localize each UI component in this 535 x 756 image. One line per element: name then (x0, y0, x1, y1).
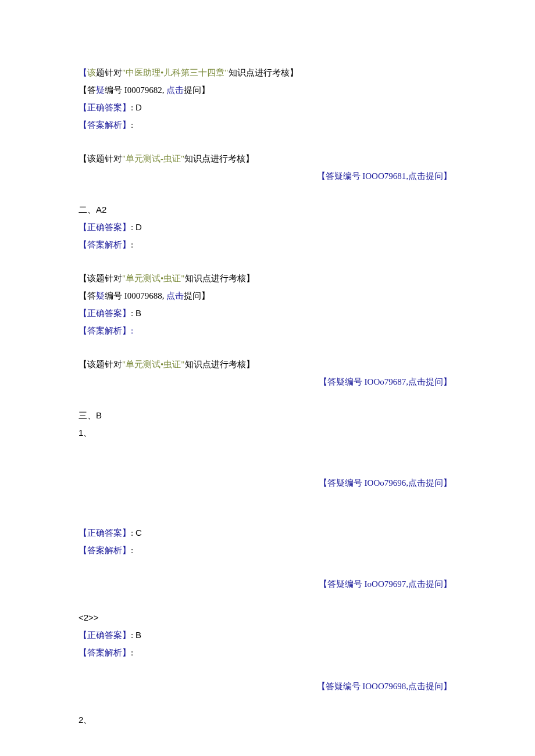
text-run: 【答 (79, 291, 96, 300)
text-line: 【答案解析】: (79, 644, 456, 661)
blank-line (79, 339, 456, 356)
text-run: D (135, 102, 142, 112)
text-run: 知识点进行考核】 (185, 274, 255, 283)
text-run: 提问】 (184, 291, 210, 300)
text-run: "单元测试•虫证" (122, 274, 185, 283)
text-run: 提问】 (184, 85, 210, 95)
text-line: 三、B (79, 407, 456, 424)
text-run: 【答 (79, 85, 96, 95)
text-run: 【正确答案】 (79, 309, 131, 318)
text-line: 1、 (79, 424, 456, 442)
text-line: 【正确答案】: D (79, 218, 456, 236)
text-run: : (131, 309, 135, 318)
text-run: 【答疑编号 IoOO79697,点击提问】 (319, 579, 452, 589)
text-run: 【答案解析】 (79, 240, 131, 249)
text-run: B (135, 308, 141, 318)
text-run: 【正确答案】 (79, 630, 131, 640)
text-run: 知识点进行考核】 (185, 360, 255, 369)
text-line: 二、A2 (79, 201, 456, 218)
text-run: 二、 (79, 205, 96, 214)
text-run: "单元测试-虫证" (122, 154, 184, 163)
blank-line (79, 661, 456, 678)
blank-line (79, 508, 456, 524)
text-run: 【答案解析】: (79, 326, 133, 335)
text-line: 【答疑编号 IOOo79687,点击提问】 (79, 373, 456, 390)
text-run: 知识点进行考核】 (184, 154, 254, 163)
text-line: <2>> (79, 609, 456, 626)
text-line: 【该题针对"单元测试•虫证"知识点进行考核】 (79, 270, 456, 287)
text-line: 【答案解析】: (79, 542, 456, 559)
text-run: 疑 (96, 291, 105, 300)
text-run: 该 (87, 68, 96, 77)
text-run: 【答疑编号 IOOo79696,点击提问】 (319, 478, 452, 488)
text-line: 2、 (79, 711, 456, 729)
text-line: 【该题针对"单元测试-虫证"知识点进行考核】 (79, 150, 456, 167)
text-run: : (131, 120, 133, 130)
text-line: 【该题针对"单元测试•虫证"知识点进行考核】 (79, 356, 456, 373)
text-line: 【答疑编号 IOOO79698,点击提问】 (79, 678, 456, 695)
text-run: "单元测试•虫证" (122, 360, 185, 369)
text-run: 【该题针对 (79, 360, 122, 369)
text-run: : (131, 648, 133, 657)
text-run: A2 (96, 205, 106, 214)
text-line: 【正确答案】: B (79, 304, 456, 322)
text-line: 【答案解析】: (79, 236, 456, 253)
text-line: 【正确答案】: C (79, 524, 456, 542)
text-line: 【答疑编号 I00079682, 点击提问】 (79, 81, 456, 99)
text-run: 点击 (166, 291, 184, 300)
blank-line (79, 253, 456, 270)
text-run: 疑 (96, 85, 105, 95)
blank-line (79, 745, 456, 756)
text-run: B (96, 410, 102, 420)
text-run: 【答案解析】 (79, 120, 131, 130)
text-line: 【正确答案】: B (79, 626, 456, 644)
blank-line (79, 559, 456, 575)
blank-line (79, 185, 456, 201)
text-run: 【 (79, 68, 87, 77)
blank-line (79, 695, 456, 711)
text-run: 【答疑编号 IOOO79681,点击提问】 (317, 171, 452, 181)
text-run: : (131, 546, 133, 555)
text-run: 点击 (166, 85, 184, 95)
text-line: 【答案解析】: (79, 322, 456, 339)
text-run: 【正确答案】 (79, 103, 131, 112)
text-run: B (135, 630, 141, 640)
blank-line (79, 729, 456, 745)
text-run: 【该题针对 (79, 154, 122, 163)
blank-line (79, 390, 456, 407)
text-run: D (135, 222, 142, 232)
blank-line (79, 492, 456, 508)
text-run: 【答案解析】 (79, 648, 131, 657)
text-run: 、 (83, 715, 92, 725)
text-run: : (131, 103, 135, 112)
text-run: 【该题针对 (79, 274, 122, 283)
text-line: 【答疑编号 IoOO79697,点击提问】 (79, 575, 456, 593)
text-run: 编号 I00079688, (105, 291, 166, 300)
text-run: : (131, 223, 135, 232)
text-run: 【正确答案】 (79, 223, 131, 232)
text-run: 【答疑编号 IOOo79687,点击提问】 (319, 377, 452, 386)
text-line: 【正确答案】: D (79, 99, 456, 116)
text-run: 【答疑编号 IOOO79698,点击提问】 (317, 682, 452, 691)
text-run: C (135, 528, 142, 538)
blank-line (79, 593, 456, 609)
blank-line (79, 134, 456, 150)
blank-line (79, 458, 456, 474)
text-line: 【答疑编号 IOOO79681,点击提问】 (79, 167, 456, 185)
text-run: : (131, 528, 135, 538)
text-line: 【答案解析】: (79, 116, 456, 134)
text-line: 【该题针对"中医助理•儿科第三十四章"知识点进行考核】 (79, 64, 456, 81)
text-run: 知识点进行考核】 (229, 68, 298, 77)
text-line: 【答疑编号 I00079688, 点击提问】 (79, 287, 456, 304)
blank-line (79, 442, 456, 458)
text-run: 三、 (79, 411, 96, 420)
text-run: 编号 I00079682, (105, 85, 166, 95)
text-run: 题针对 (96, 68, 122, 77)
document-body: 【该题针对"中医助理•儿科第三十四章"知识点进行考核】【答疑编号 I000796… (79, 64, 456, 756)
text-run: : (131, 630, 135, 640)
text-run: 【正确答案】 (79, 528, 131, 538)
text-run: 、 (83, 428, 92, 438)
text-run: : (131, 240, 133, 249)
text-run: <2>> (79, 612, 99, 622)
text-line: 【答疑编号 IOOo79696,点击提问】 (79, 474, 456, 492)
